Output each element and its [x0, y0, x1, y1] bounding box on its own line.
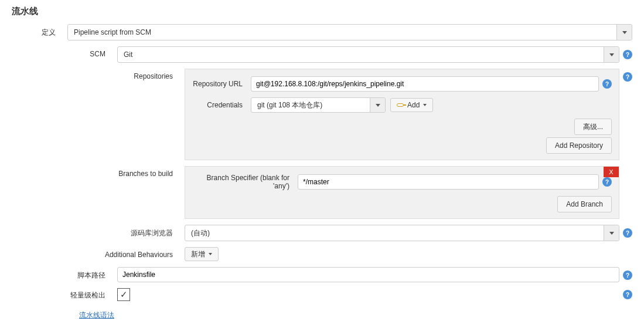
- repositories-label: Repositories: [12, 69, 185, 80]
- scm-select[interactable]: Git: [117, 46, 619, 63]
- advanced-button[interactable]: 高级...: [574, 119, 612, 135]
- repo-url-label: Repository URL: [192, 80, 251, 88]
- add-behaviour-button[interactable]: 新增: [185, 247, 219, 261]
- repo-browser-label: 源码库浏览器: [12, 225, 185, 238]
- chevron-down-icon: [209, 253, 212, 255]
- branches-panel: X Branch Specifier (blank for 'any') ? A…: [185, 166, 619, 219]
- scm-value: Git: [118, 50, 604, 59]
- help-icon[interactable]: ?: [623, 50, 632, 59]
- help-icon[interactable]: ?: [623, 72, 632, 82]
- credentials-label: Credentials: [192, 101, 251, 109]
- definition-label: 定义: [12, 24, 67, 38]
- chevron-down-icon: [604, 47, 619, 62]
- definition-value: Pipeline script from SCM: [68, 28, 616, 36]
- script-path-label: 脚本路径: [12, 267, 117, 281]
- credentials-value: git (git 108 本地仓库): [251, 100, 370, 110]
- section-title: 流水线: [12, 6, 632, 17]
- definition-select[interactable]: Pipeline script from SCM: [67, 24, 632, 40]
- repo-url-input[interactable]: [251, 76, 599, 92]
- scm-label: SCM: [12, 46, 117, 58]
- add-branch-button[interactable]: Add Branch: [557, 196, 612, 212]
- script-path-input[interactable]: [117, 267, 619, 282]
- lightweight-checkbox[interactable]: ✓: [117, 288, 130, 301]
- add-behaviour-label: 新增: [191, 249, 205, 259]
- branch-specifier-input[interactable]: [298, 174, 599, 190]
- additional-label: Additional Behaviours: [12, 247, 185, 259]
- branches-label: Branches to build: [12, 166, 185, 178]
- repositories-panel: Repository URL ? Credentials git (git 10…: [185, 69, 619, 160]
- add-credentials-button[interactable]: Add: [390, 98, 433, 112]
- chevron-down-icon: [423, 104, 427, 106]
- add-cred-label: Add: [407, 101, 420, 109]
- repo-browser-select[interactable]: (自动): [185, 225, 619, 241]
- key-icon: [397, 103, 404, 107]
- repo-browser-value: (自动): [185, 228, 604, 238]
- lightweight-label: 轻量级检出: [12, 289, 117, 300]
- help-icon[interactable]: ?: [623, 290, 632, 299]
- help-icon[interactable]: ?: [602, 79, 612, 89]
- add-repository-button[interactable]: Add Repository: [546, 137, 612, 154]
- chevron-down-icon: [604, 225, 619, 241]
- close-icon[interactable]: X: [604, 167, 619, 177]
- credentials-select[interactable]: git (git 108 本地仓库): [251, 97, 386, 113]
- help-icon[interactable]: ?: [602, 177, 612, 187]
- chevron-down-icon: [370, 98, 385, 112]
- chevron-down-icon: [616, 25, 632, 40]
- pipeline-syntax-link[interactable]: 流水线语法: [79, 311, 114, 319]
- help-icon[interactable]: ?: [623, 228, 632, 238]
- branch-specifier-label: Branch Specifier (blank for 'any'): [192, 174, 298, 190]
- help-icon[interactable]: ?: [623, 271, 632, 280]
